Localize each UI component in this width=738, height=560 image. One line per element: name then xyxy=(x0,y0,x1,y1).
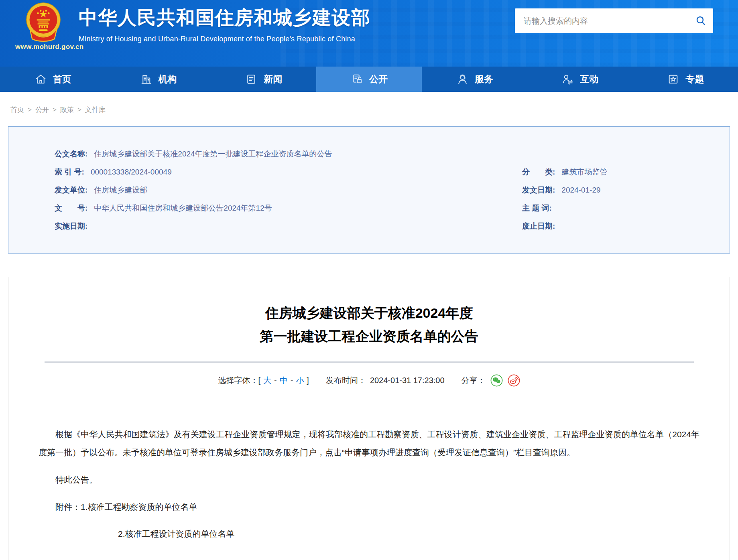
breadcrumb-separator: > xyxy=(28,106,32,114)
news-icon xyxy=(245,73,258,86)
publish-time-label: 发布时间： xyxy=(326,375,366,386)
nav-item-label: 首页 xyxy=(53,73,71,85)
title-divider xyxy=(45,361,694,363)
nav-item-news[interactable]: 新闻 xyxy=(211,67,316,92)
bracket-close: ] xyxy=(307,376,309,385)
meta-value: 住房城乡建设部 xyxy=(94,186,147,194)
meta-label: 发文日期: xyxy=(522,186,555,194)
search-box xyxy=(515,8,713,33)
meta-label: 索 引 号: xyxy=(55,168,84,176)
meta-label: 发文单位: xyxy=(55,186,87,194)
meta-label: 分 类: xyxy=(522,168,555,176)
bracket-open: [ xyxy=(258,376,260,385)
nav-item-label: 专题 xyxy=(685,73,704,85)
article-panel: 住房城乡建设部关于核准2024年度 第一批建设工程企业资质名单的公告 选择字体：… xyxy=(8,277,730,560)
breadcrumb-library[interactable]: 文件库 xyxy=(85,106,106,114)
breadcrumb-policy[interactable]: 政策 xyxy=(60,106,74,114)
nav-item-interaction[interactable]: 互动 xyxy=(527,67,633,92)
meta-value: 建筑市场监管 xyxy=(561,168,607,176)
doc-meta-panel: 公文名称:住房城乡建设部关于核准2024年度第一批建设工程企业资质名单的公告 索… xyxy=(8,126,730,254)
nav-item-label: 新闻 xyxy=(264,73,282,85)
nav-item-org[interactable]: 机构 xyxy=(106,67,211,92)
meta-value: 住房城乡建设部关于核准2024年度第一批建设工程企业资质名单的公告 xyxy=(94,150,332,158)
meta-field-category: 分 类:建筑市场监管 xyxy=(522,163,730,181)
meta-row: 文 号:中华人民共和国住房和城乡建设部公告2024年第12号 主 题 词: xyxy=(8,199,730,217)
nav-item-service[interactable]: 服务 xyxy=(422,67,527,92)
meta-label: 公文名称: xyxy=(55,150,87,158)
meta-label: 实施日期: xyxy=(55,222,87,230)
article-title-line1: 住房城乡建设部关于核准2024年度 xyxy=(8,301,730,325)
article-closing: 特此公告。 xyxy=(39,471,699,489)
meta-label: 文 号: xyxy=(55,204,87,212)
meta-field-effective-date: 实施日期: xyxy=(8,217,522,235)
publish-time-value: 2024-01-31 17:23:00 xyxy=(370,376,445,385)
meta-label: 主 题 词: xyxy=(522,204,552,212)
meta-field-repeal-date: 废止日期: xyxy=(522,217,730,235)
meta-row: 索 引 号:000013338/2024-00049 分 类:建筑市场监管 xyxy=(8,163,730,181)
nav-item-open[interactable]: 公开 xyxy=(316,67,422,92)
national-emblem-icon xyxy=(25,2,62,42)
article-paragraph: 根据《中华人民共和国建筑法》及有关建设工程企业资质管理规定，现将我部核准的工程勘… xyxy=(39,425,699,461)
meta-value: 中华人民共和国住房和城乡建设部公告2024年第12号 xyxy=(94,204,272,212)
dash: - xyxy=(291,376,293,385)
breadcrumb-home[interactable]: 首页 xyxy=(10,106,24,114)
nav-item-topics[interactable]: 专题 xyxy=(632,67,738,92)
home-icon xyxy=(34,73,47,86)
share-wechat-button[interactable] xyxy=(490,374,503,387)
meta-value: 2024-01-29 xyxy=(561,186,600,194)
meta-field-doc-number: 文 号:中华人民共和国住房和城乡建设部公告2024年第12号 xyxy=(8,199,522,217)
site-subtitle: Ministry of Housing and Urban-Rural Deve… xyxy=(79,35,371,43)
interaction-arrows-icon xyxy=(561,73,574,86)
meta-row: 实施日期: 废止日期: xyxy=(8,217,730,235)
building-icon xyxy=(140,73,153,86)
meta-row: 公文名称:住房城乡建设部关于核准2024年度第一批建设工程企业资质名单的公告 xyxy=(8,145,730,163)
breadcrumb-separator: > xyxy=(77,106,81,114)
search-button[interactable] xyxy=(688,8,713,33)
site-header: www.mohurd.gov.cn 中华人民共和国住房和城乡建设部 Minist… xyxy=(0,0,738,67)
meta-field-index-number: 索 引 号:000013338/2024-00049 xyxy=(8,163,522,181)
publish-time-group: 发布时间： 2024-01-31 17:23:00 xyxy=(326,375,445,386)
wechat-icon xyxy=(490,374,503,387)
meta-field-issue-date: 发文日期:2024-01-29 xyxy=(522,181,730,199)
attachment-link-2[interactable]: 2.核准工程设计资质的单位名单 xyxy=(118,529,235,538)
meta-value: 000013338/2024-00049 xyxy=(91,168,172,176)
attachment-label: 附件： xyxy=(55,502,81,511)
article-title-line2: 第一批建设工程企业资质名单的公告 xyxy=(8,325,730,348)
font-select-label: 选择字体： xyxy=(218,375,258,386)
service-headset-icon xyxy=(456,73,469,86)
article-title: 住房城乡建设部关于核准2024年度 第一批建设工程企业资质名单的公告 xyxy=(8,301,730,348)
star-square-icon xyxy=(667,73,680,86)
nav-item-label: 互动 xyxy=(580,73,598,85)
search-input[interactable] xyxy=(515,8,688,33)
breadcrumb-separator: > xyxy=(53,106,57,114)
attachment-line-1: 附件：1.核准工程勘察资质的单位名单 xyxy=(39,498,699,516)
meta-row: 发文单位:住房城乡建设部 发文日期:2024-01-29 xyxy=(8,181,730,199)
font-size-medium-link[interactable]: 中 xyxy=(280,375,288,386)
meta-field-doc-title: 公文名称:住房城乡建设部关于核准2024年度第一批建设工程企业资质名单的公告 xyxy=(8,145,522,163)
share-group: 分享： xyxy=(462,374,520,387)
nav-item-home[interactable]: 首页 xyxy=(0,67,106,92)
site-title: 中华人民共和国住房和城乡建设部 xyxy=(79,5,371,30)
meta-field-issuing-unit: 发文单位:住房城乡建设部 xyxy=(8,181,522,199)
nav-item-label: 机构 xyxy=(159,73,177,85)
font-size-selector: 选择字体： [ 大 - 中 - 小 ] xyxy=(218,375,309,386)
nav-item-label: 公开 xyxy=(369,73,388,85)
weibo-icon xyxy=(508,374,520,387)
share-label: 分享： xyxy=(462,375,486,386)
main-nav: 首页 机构 新闻 公开 服务 互动 专题 xyxy=(0,67,738,92)
share-weibo-button[interactable] xyxy=(508,374,520,387)
breadcrumb-open[interactable]: 公开 xyxy=(35,106,49,114)
attachment-line-2: 2.核准工程设计资质的单位名单 xyxy=(39,525,699,543)
article-body: 根据《中华人民共和国建筑法》及有关建设工程企业资质管理规定，现将我部核准的工程勘… xyxy=(8,425,730,543)
site-url: www.mohurd.gov.cn xyxy=(15,43,83,51)
attachment-link-1[interactable]: 1.核准工程勘察资质的单位名单 xyxy=(81,502,197,511)
meta-field-subject-words: 主 题 词: xyxy=(522,199,730,217)
article-meta-bar: 选择字体： [ 大 - 中 - 小 ] 发布时间： 2024-01-31 17:… xyxy=(8,374,730,387)
document-unlock-icon xyxy=(350,73,364,86)
meta-label: 废止日期: xyxy=(522,222,555,230)
breadcrumb: 首页>公开>政策>文件库 xyxy=(0,92,738,114)
font-size-small-link[interactable]: 小 xyxy=(296,375,304,386)
dash: - xyxy=(274,376,277,385)
font-size-large-link[interactable]: 大 xyxy=(263,375,271,386)
search-icon xyxy=(695,15,706,27)
